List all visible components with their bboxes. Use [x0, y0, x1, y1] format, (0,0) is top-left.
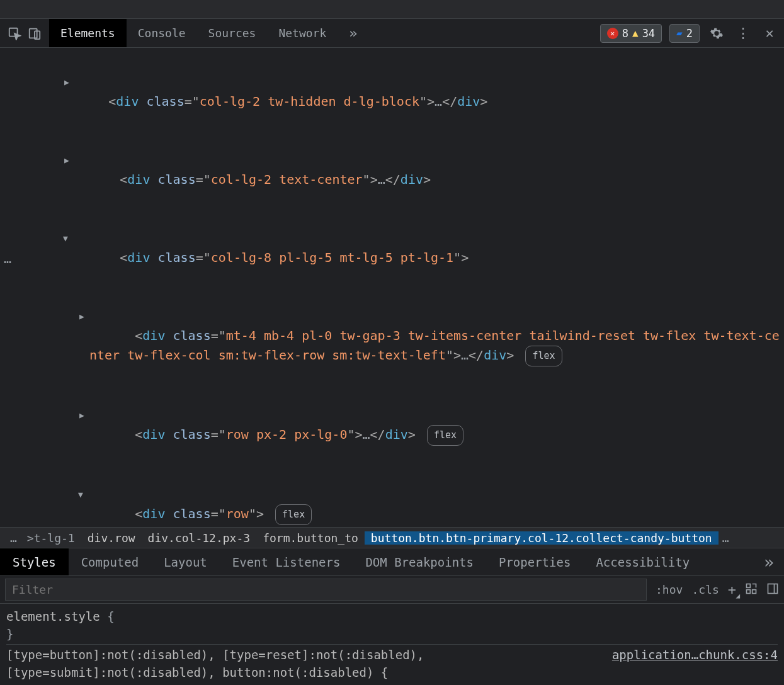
error-count: 8	[622, 27, 628, 40]
issues-badge[interactable]: ▰ 2	[669, 24, 700, 43]
issues-count: 2	[686, 27, 693, 40]
styles-tab-dom-breakpoints[interactable]: DOM Breakpoints	[353, 548, 486, 575]
computed-styles-sidebar-icon[interactable]	[766, 582, 779, 597]
styles-tab-properties[interactable]: Properties	[486, 548, 583, 575]
tab-sources[interactable]: Sources	[197, 19, 268, 47]
styles-content[interactable]: element.style { } application…chunk.css:…	[0, 604, 784, 685]
svg-rect-5	[753, 589, 756, 593]
breadcrumb-bar: … >t-lg-1 div.row div.col-12.px-3 form.b…	[0, 527, 784, 548]
svg-rect-3	[747, 584, 751, 587]
panel-tabs: Elements Console Sources Network »	[49, 19, 369, 47]
tab-elements[interactable]: Elements	[49, 19, 127, 47]
toggle-cls[interactable]: .cls	[691, 583, 719, 596]
css-source-link[interactable]: application…chunk.css:4	[612, 646, 778, 664]
styles-tab-layout[interactable]: Layout	[151, 548, 220, 575]
styles-overview-icon[interactable]	[745, 582, 758, 597]
settings-gear-icon[interactable]	[707, 24, 726, 43]
dom-node[interactable]: ▼ <div class="col-lg-8 pl-lg-5 mt-lg-5 p…	[0, 209, 784, 287]
breadcrumb-item[interactable]: div.row	[81, 531, 142, 545]
styles-tab-event-listeners[interactable]: Event Listeners	[220, 548, 353, 575]
error-icon: ✕	[607, 28, 618, 39]
issues-icon: ▰	[676, 27, 683, 39]
dom-node[interactable]: ▶ <div class="mt-4 mb-4 pl-0 tw-gap-3 tw…	[0, 287, 784, 386]
top-browser-strip	[0, 0, 784, 19]
elements-tree[interactable]: … ▶ <div class="col-lg-2 tw-hidden d-lg-…	[0, 48, 784, 527]
close-devtools-icon[interactable]: ✕	[760, 24, 779, 43]
breadcrumb-item-selected[interactable]: button.btn.btn-primary.col-12.collect-ca…	[365, 531, 719, 545]
kebab-menu-icon[interactable]: ⋮	[734, 24, 753, 43]
styles-subpanel-tabs: Styles Computed Layout Event Listeners D…	[0, 548, 784, 576]
flex-badge[interactable]: flex	[275, 504, 312, 525]
styles-filter-input[interactable]	[5, 579, 647, 601]
styles-tab-accessibility[interactable]: Accessibility	[583, 548, 702, 575]
errors-warnings-badge[interactable]: ✕ 8 ▲ 34	[600, 24, 662, 43]
flex-badge[interactable]: flex	[427, 425, 463, 446]
dom-node[interactable]: ▼ <div class="row"> flex	[0, 465, 784, 527]
styles-tab-computed[interactable]: Computed	[69, 548, 152, 575]
warning-count: 34	[642, 27, 655, 40]
tab-console[interactable]: Console	[127, 19, 197, 47]
svg-rect-6	[768, 584, 778, 593]
styles-tab-more-icon[interactable]: »	[754, 553, 784, 572]
tab-network[interactable]: Network	[267, 19, 338, 47]
devtools-toolbar: Elements Console Sources Network » ✕ 8 ▲…	[0, 19, 784, 48]
inspect-element-icon[interactable]	[5, 24, 24, 43]
tab-more-chevron-icon[interactable]: »	[338, 19, 368, 47]
device-toggle-icon[interactable]	[25, 24, 44, 43]
dom-node[interactable]: ▶ <div class="row px-2 px-lg-0">…</div> …	[0, 386, 784, 465]
toggle-hov[interactable]: :hov	[656, 583, 683, 596]
breadcrumb-ellipsis-right[interactable]: …	[719, 531, 733, 545]
warning-icon: ▲	[632, 27, 639, 39]
breadcrumb-ellipsis-left[interactable]: …	[6, 531, 21, 545]
breadcrumb-item[interactable]: div.col-12.px-3	[142, 531, 257, 545]
styles-tab-styles[interactable]: Styles	[0, 548, 69, 575]
new-style-rule-icon[interactable]: +◢	[728, 582, 736, 597]
dom-node[interactable]: ▶ <div class="col-lg-2 tw-hidden d-lg-bl…	[0, 53, 784, 131]
css-rule-selector: [type=button]:not(:disabled), [type=rese…	[6, 648, 424, 679]
breadcrumb-item[interactable]: >t-lg-1	[21, 531, 81, 545]
breadcrumb-item[interactable]: form.button_to	[256, 531, 365, 545]
styles-filter-row: :hov .cls +◢	[0, 576, 784, 604]
svg-rect-1	[30, 28, 37, 38]
flex-badge[interactable]: flex	[525, 346, 562, 366]
dom-node[interactable]: ▶ <div class="col-lg-2 text-center">…</d…	[0, 131, 784, 209]
svg-rect-4	[747, 589, 751, 593]
